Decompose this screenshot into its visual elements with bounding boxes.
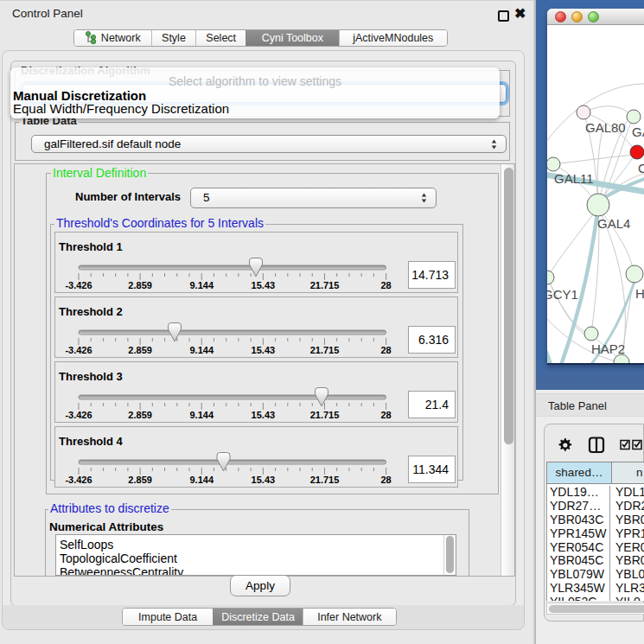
svg-text:GAL4: GAL4	[597, 216, 630, 231]
svg-text:-3.426: -3.426	[65, 345, 92, 355]
svg-text:21.715: 21.715	[310, 410, 340, 420]
svg-text:28: 28	[380, 280, 391, 290]
svg-text:15.43: 15.43	[252, 280, 276, 290]
svg-text:2.859: 2.859	[128, 475, 152, 485]
svg-text:9.144: 9.144	[189, 475, 214, 485]
svg-text:2.859: 2.859	[128, 410, 152, 420]
svg-text:GAL11: GAL11	[554, 171, 594, 186]
svg-text:28: 28	[380, 410, 391, 420]
svg-text:28: 28	[380, 475, 391, 485]
svg-text:15.43: 15.43	[252, 345, 276, 355]
svg-text:-3.426: -3.426	[65, 280, 92, 290]
svg-text:9.144: 9.144	[189, 410, 214, 420]
svg-text:21.715: 21.715	[310, 280, 340, 290]
svg-text:2.859: 2.859	[128, 345, 152, 355]
svg-text:-3.426: -3.426	[65, 410, 92, 420]
svg-text:9.144: 9.144	[189, 280, 214, 290]
svg-text:15.43: 15.43	[252, 475, 276, 485]
svg-text:-3.426: -3.426	[65, 475, 92, 485]
svg-text:15.43: 15.43	[252, 410, 276, 420]
svg-text:HAP2: HAP2	[591, 341, 625, 356]
svg-text:28: 28	[380, 345, 391, 355]
svg-text:GAL80: GAL80	[585, 120, 626, 135]
svg-text:GA: GA	[632, 124, 644, 139]
svg-text:2.859: 2.859	[128, 280, 152, 290]
svg-text:21.715: 21.715	[310, 475, 340, 485]
svg-text:21.715: 21.715	[310, 345, 340, 355]
svg-text:9.144: 9.144	[189, 345, 214, 355]
svg-text:C: C	[638, 161, 644, 175]
svg-text:GCY1: GCY1	[547, 287, 578, 302]
svg-text:H: H	[635, 286, 644, 301]
